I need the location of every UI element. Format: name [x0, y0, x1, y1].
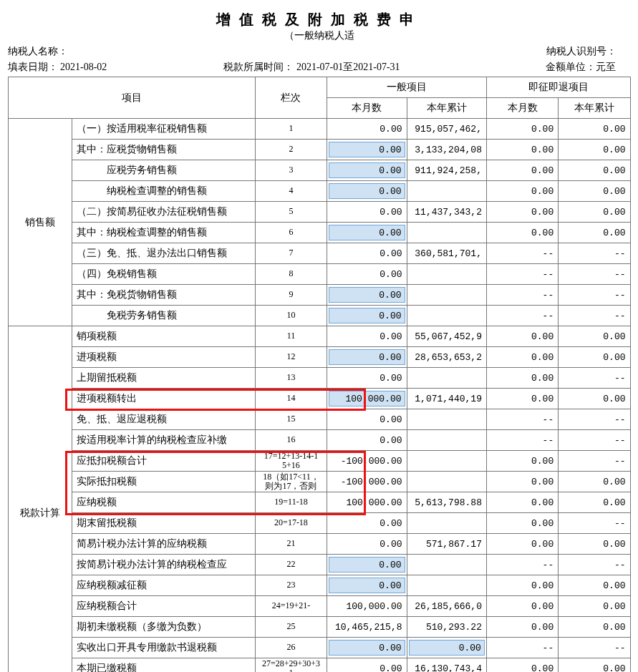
cell-refund-month: -- [486, 264, 558, 285]
colno-cell: 13 [255, 368, 327, 389]
cell-general-month[interactable]: 0.00 [327, 285, 407, 306]
cell-refund-month: -- [486, 430, 558, 451]
cell-refund-month: 0.00 [486, 119, 558, 140]
cell-general-month: 0.00 [327, 119, 407, 140]
item-cell: 进项税额 [72, 347, 255, 368]
cell-general-month: -100,000.00 [327, 451, 407, 472]
colno-cell: 4 [255, 181, 327, 202]
table-row: 实收出口开具专用缴款书退税额260.000.00---- [8, 638, 630, 658]
input-general-month[interactable]: 100,000.00 [329, 391, 405, 406]
colno-cell: 12 [255, 347, 327, 368]
cell-refund-month: 0.00 [486, 617, 558, 638]
table-row: 应纳税额19=11-18100,000.005,613,798.880.000.… [8, 492, 630, 513]
cell-general-year [407, 181, 486, 202]
cell-general-month: 0.00 [327, 326, 407, 347]
cell-general-month: -100,000.00 [327, 472, 407, 492]
cell-refund-month: 0.00 [486, 513, 558, 534]
input-general-month[interactable]: 0.00 [329, 578, 405, 593]
cell-refund-year: 0.00 [559, 492, 630, 513]
cell-general-month[interactable]: 0.00 [327, 140, 407, 160]
colno-cell: 20=17-18 [255, 513, 327, 534]
input-general-month[interactable]: 0.00 [329, 349, 405, 365]
table-row: 期初未缴税额（多缴为负数）2510,465,215,8510,293.220.0… [8, 617, 630, 638]
colno-cell: 16 [255, 430, 327, 451]
colno-cell: 21 [255, 534, 327, 555]
input-general-month[interactable]: 0.00 [329, 287, 405, 303]
input-general-month[interactable]: 0.00 [329, 640, 405, 656]
table-row: 免、抵、退应退税额150.00---- [8, 409, 630, 430]
th-refund: 即征即退项目 [486, 77, 630, 98]
cell-general-month[interactable]: 0.00 [327, 306, 407, 326]
item-cell: 按简易计税办法计算的纳税检查应 [72, 555, 255, 575]
table-row: 应纳税额合计24=19+21-100,000.0026,185,666,00.0… [8, 596, 630, 617]
th-gen-year: 本年累计 [407, 98, 486, 119]
table-row: （四）免税销售额80.00---- [8, 264, 630, 285]
item-cell: （二）按简易征收办法征税销售额 [72, 202, 255, 223]
cell-refund-month: 0.00 [486, 575, 558, 596]
item-cell: 实收出口开具专用缴款书退税额 [72, 638, 255, 658]
input-general-year[interactable]: 0.00 [409, 640, 485, 656]
colno-cell: 11 [255, 326, 327, 347]
cell-refund-month: -- [486, 306, 558, 326]
input-general-month[interactable]: 0.00 [329, 308, 405, 323]
table-row: 其中：纳税检查调整的销售额60.000.000.00 [8, 223, 630, 243]
input-general-month[interactable]: 0.00 [329, 225, 405, 240]
item-cell: 应纳税额合计 [72, 596, 255, 617]
cell-general-year [407, 285, 486, 306]
item-cell: 纳税检查调整的销售额 [72, 181, 255, 202]
table-row: 进项税额转出14100,000.001,071,440,190.000.00 [8, 389, 630, 409]
table-row: 上期留抵税额130.000.00-- [8, 368, 630, 389]
cell-general-month: 0.00 [327, 202, 407, 223]
cell-general-year[interactable]: 0.00 [407, 638, 486, 658]
colno-cell: 26 [255, 638, 327, 658]
item-cell: 本期已缴税额 [72, 658, 255, 673]
input-general-month[interactable]: 0.00 [329, 142, 405, 157]
cell-general-year: 11,437,343,2 [407, 202, 486, 223]
colno-cell: 7 [255, 243, 327, 264]
item-cell: 上期留抵税额 [72, 368, 255, 389]
cell-general-month[interactable]: 0.00 [327, 347, 407, 368]
cell-refund-month: 0.00 [486, 326, 558, 347]
item-cell: 其中：免税货物销售额 [72, 285, 255, 306]
table-row: 按简易计税办法计算的纳税检查应220.00---- [8, 555, 630, 575]
cell-refund-year: 0.00 [559, 202, 630, 223]
table-row: （三）免、抵、退办法出口销售额70.00360,581,701,---- [8, 243, 630, 264]
cell-refund-month: 0.00 [486, 596, 558, 617]
cell-general-month: 0.00 [327, 430, 407, 451]
cell-general-month[interactable]: 0.00 [327, 223, 407, 243]
table-row: 税款计算销项税额110.0055,067,452,90.000.00 [8, 326, 630, 347]
cell-general-month[interactable]: 0.00 [327, 181, 407, 202]
table-row: 应税劳务销售额30.00911,924,258,0.000.00 [8, 160, 630, 181]
item-cell: 按适用税率计算的纳税检查应补缴 [72, 430, 255, 451]
cell-general-month[interactable]: 0.00 [327, 555, 407, 575]
colno-cell: 8 [255, 264, 327, 285]
table-row: 期末留抵税额20=17-180.000.00-- [8, 513, 630, 534]
item-cell: （一）按适用税率征税销售额 [72, 119, 255, 140]
cell-refund-month: 0.00 [486, 472, 558, 492]
table-row: 纳税检查调整的销售额40.000.000.00 [8, 181, 630, 202]
cell-general-year: 55,067,452,9 [407, 326, 486, 347]
input-general-month[interactable]: 0.00 [329, 557, 405, 573]
cell-general-month[interactable]: 0.00 [327, 638, 407, 658]
cell-refund-year: -- [559, 409, 630, 430]
cell-refund-year: 0.00 [559, 617, 630, 638]
cell-general-year [407, 472, 486, 492]
cell-general-month: 0.00 [327, 534, 407, 555]
cell-refund-month: 0.00 [486, 347, 558, 368]
cell-refund-month: 0.00 [486, 492, 558, 513]
table-row: 本期已缴税额27=28+29+30+3 10.0016,130,743,40.0… [8, 658, 630, 673]
cell-general-month[interactable]: 0.00 [327, 575, 407, 596]
item-cell: 应抵扣税额合计 [72, 451, 255, 472]
item-cell: 实际抵扣税额 [72, 472, 255, 492]
tax-table: 项目 栏次 一般项目 即征即退项目 本月数 本年累计 本月数 本年累计 销售额（… [8, 77, 631, 672]
cell-general-year [407, 451, 486, 472]
cell-refund-year: 0.00 [559, 181, 630, 202]
cell-refund-year: -- [559, 285, 630, 306]
cell-refund-month: 0.00 [486, 658, 558, 673]
input-general-month[interactable]: 0.00 [329, 162, 405, 178]
item-cell: 免税劳务销售额 [72, 306, 255, 326]
cell-refund-year: 0.00 [559, 119, 630, 140]
cell-general-month[interactable]: 0.00 [327, 160, 407, 181]
input-general-month[interactable]: 0.00 [329, 183, 405, 199]
cell-general-month[interactable]: 100,000.00 [327, 389, 407, 409]
